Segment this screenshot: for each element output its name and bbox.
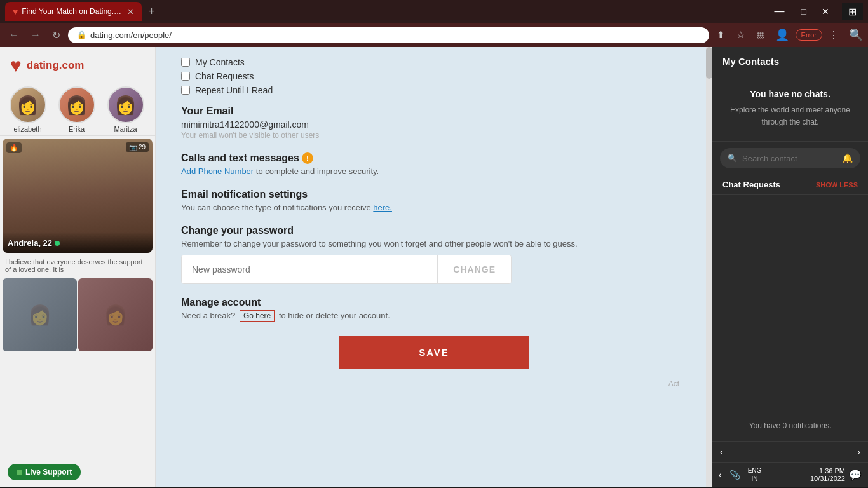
search-contact-bar[interactable]: 🔍 🔔 xyxy=(720,148,860,168)
card-bottom-info: Andreia, 22 xyxy=(3,232,153,253)
checkbox-chat-requests-input[interactable] xyxy=(181,72,190,81)
checkbox-repeat[interactable]: Repeat Until I Read xyxy=(181,85,687,95)
go-here-link[interactable]: Go here xyxy=(240,310,275,322)
chat-requests-header: Chat Requests SHOW LESS xyxy=(712,175,868,195)
notifications-text: You can choose the type of notifications… xyxy=(181,203,373,212)
browser-search-icon[interactable]: 🔍 xyxy=(849,28,863,42)
profile-item-2[interactable]: 👩 Maritza xyxy=(102,86,149,133)
address-bar: ← → ↻ 🔒 dating.com/en/people/ ⬆ ☆ ▨ 👤 Er… xyxy=(0,23,868,47)
manage-text: Need a break? xyxy=(181,311,235,320)
email-section: Your Email mimimitra14122000@gmail.com Y… xyxy=(181,105,687,140)
notifications-link[interactable]: here. xyxy=(373,203,392,212)
tab-close-icon[interactable]: ✕ xyxy=(127,7,134,17)
show-less-button[interactable]: SHOW LESS xyxy=(816,181,858,189)
avatar-2: 👩 xyxy=(107,86,144,123)
settings-modal: My Contacts Chat Requests Repeat Until I… xyxy=(156,47,712,487)
paperclip-icon[interactable]: 📎 xyxy=(729,470,740,480)
manage-suffix: to hide or delete your account. xyxy=(279,311,390,320)
checkbox-repeat-label: Repeat Until I Read xyxy=(195,85,273,95)
sidebar-nav-arrows: ‹ › xyxy=(712,441,868,462)
save-button-container: SAVE xyxy=(181,336,687,369)
active-tab[interactable]: ♥ Find Your Match on Dating.com: ✕ xyxy=(5,2,142,21)
browser-chrome: ♥ Find Your Match on Dating.com: ✕ + — □… xyxy=(0,0,868,47)
feed-card-main: 🔥 📷 29 Andreia, 22 xyxy=(3,139,153,253)
live-support-button[interactable]: Live Support xyxy=(8,464,81,480)
prev-arrow-button[interactable]: ‹ xyxy=(712,444,731,459)
notifications-section-title: Email notification settings xyxy=(181,189,687,200)
bookmark-icon[interactable]: ☆ xyxy=(733,28,749,42)
lang-text: ENGIN xyxy=(748,467,762,482)
share-icon[interactable]: ⬆ xyxy=(713,28,729,42)
heart-logo-icon: ♥ xyxy=(10,55,22,76)
close-button[interactable]: ✕ xyxy=(814,4,837,19)
checkbox-my-contacts-input[interactable] xyxy=(181,58,190,67)
checkbox-repeat-input[interactable] xyxy=(181,86,190,95)
search-contact-icon: 🔍 xyxy=(728,154,737,163)
calls-section: Calls and text messages ! Add Phone Numb… xyxy=(181,152,687,176)
checkbox-chat-requests[interactable]: Chat Requests xyxy=(181,71,687,81)
profile-icon[interactable]: 👤 xyxy=(773,27,792,43)
tab-favicon: ♥ xyxy=(13,6,18,17)
profile-name-2: Maritza xyxy=(114,125,137,133)
right-sidebar: My Contacts You have no chats. Explore t… xyxy=(712,47,868,487)
profile-name-1: Erika xyxy=(69,125,85,133)
refresh-button[interactable]: ↻ xyxy=(48,28,64,43)
error-badge[interactable]: Error xyxy=(796,29,822,41)
chat-taskbar-icon[interactable]: 💬 xyxy=(849,469,862,481)
sidebar-toggle-icon[interactable]: ▨ xyxy=(752,28,769,42)
notification-checkboxes: My Contacts Chat Requests Repeat Until I… xyxy=(181,57,687,95)
next-arrow-button[interactable]: › xyxy=(850,444,868,459)
email-value: mimimitra14122000@gmail.com xyxy=(181,119,687,130)
manage-section-body: Need a break? Go here to hide or delete … xyxy=(181,311,687,320)
no-chats-area: You have no chats. Explore the world and… xyxy=(712,76,868,142)
url-text: dating.com/en/people/ xyxy=(90,30,172,40)
tab-bar: ♥ Find Your Match on Dating.com: ✕ + — □… xyxy=(0,0,868,23)
card-name: Andreia, 22 xyxy=(8,238,52,248)
sidebar-bottom-icons: ‹ 📎 ENGIN 1:36 PM 10/31/2022 💬 xyxy=(712,462,868,487)
grid-card-0[interactable]: 👩 xyxy=(3,278,77,351)
page-scrollbar[interactable] xyxy=(706,47,712,487)
profile-item-0[interactable]: 👩 elizabeth xyxy=(4,86,51,133)
forward-button[interactable]: → xyxy=(27,28,44,42)
scrollbar-thumb[interactable] xyxy=(706,47,712,79)
password-input-row: CHANGE xyxy=(181,255,512,284)
maximize-button[interactable]: □ xyxy=(794,4,814,19)
windows-start-button[interactable]: ⊞ xyxy=(842,3,863,20)
photo-count-badge: 📷 29 xyxy=(126,142,149,152)
my-contacts-title: My Contacts xyxy=(722,56,779,67)
back-sidebar-icon[interactable]: ‹ xyxy=(719,470,722,480)
checkbox-my-contacts[interactable]: My Contacts xyxy=(181,57,687,67)
my-contacts-header: My Contacts xyxy=(712,47,868,76)
feed-large-card[interactable]: 🔥 📷 29 Andreia, 22 xyxy=(3,139,153,253)
search-contact-input[interactable] xyxy=(742,154,837,163)
warning-icon: ! xyxy=(302,152,313,164)
taskbar-date: 10/31/2022 xyxy=(810,475,845,482)
add-phone-link[interactable]: Add Phone Number xyxy=(181,166,254,176)
email-section-title: Your Email xyxy=(181,105,687,117)
new-password-input[interactable] xyxy=(182,255,437,283)
notifications-count-text: You have 0 notifications. xyxy=(749,421,832,430)
support-dot-icon xyxy=(17,470,22,475)
checkbox-chat-requests-label: Chat Requests xyxy=(195,71,254,81)
logo-area: ♥ dating.com xyxy=(0,47,155,84)
manage-section-title: Manage account xyxy=(181,297,687,308)
back-button[interactable]: ← xyxy=(5,28,23,42)
new-tab-button[interactable]: + xyxy=(142,5,161,18)
lang-selector[interactable]: ENGIN xyxy=(748,466,762,483)
avatar-0: 👩 xyxy=(10,86,46,123)
change-password-button[interactable]: CHANGE xyxy=(437,255,511,283)
profile-item-1[interactable]: 👩 Erika xyxy=(53,86,100,133)
main-content: My Contacts Chat Requests Repeat Until I… xyxy=(156,47,712,487)
extensions-icon[interactable]: ⋮ xyxy=(826,28,841,43)
site-logo-text: dating.com xyxy=(27,59,85,72)
profile-name-0: elizabeth xyxy=(13,125,41,133)
checkbox-my-contacts-label: My Contacts xyxy=(195,57,245,67)
volume-icon[interactable]: 🔔 xyxy=(842,153,853,163)
password-section-desc: Remember to change your password to some… xyxy=(181,239,687,248)
no-chats-title: You have no chats. xyxy=(722,89,858,99)
minimize-button[interactable]: — xyxy=(766,3,794,20)
url-field[interactable]: 🔒 dating.com/en/people/ xyxy=(68,27,709,43)
fire-badge: 🔥 xyxy=(6,142,22,153)
save-button[interactable]: SAVE xyxy=(339,336,529,369)
grid-card-1[interactable]: 👩 xyxy=(78,278,153,351)
